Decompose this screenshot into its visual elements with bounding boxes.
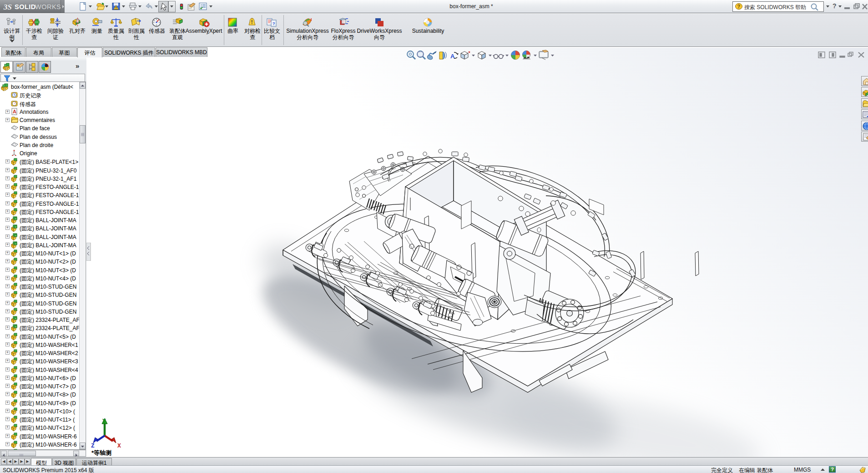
svg-text:Y: Y	[102, 418, 106, 425]
svg-text:Z: Z	[91, 442, 95, 449]
svg-text:!: !	[251, 20, 252, 25]
svg-text:SOLID: SOLID	[15, 3, 36, 10]
svg-text:?: ?	[737, 4, 741, 9]
svg-text:A: A	[13, 109, 16, 114]
svg-text:WORKS: WORKS	[35, 3, 61, 10]
svg-text:X: X	[117, 442, 121, 449]
svg-text:3S: 3S	[3, 3, 12, 11]
